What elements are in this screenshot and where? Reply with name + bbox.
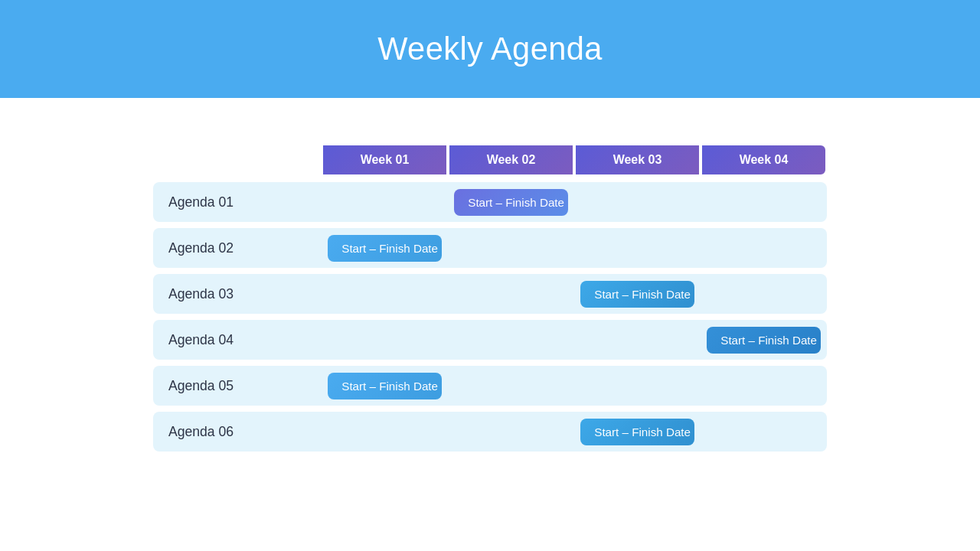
agenda-list: Agenda 01 Start – Finish Date Agenda 02 … [153,182,827,452]
agenda-cell-3-3 [701,277,827,311]
agenda-cell-4-0 [322,323,448,357]
agenda-cell-6-3 [701,415,827,448]
agenda-label-1: Agenda 01 [153,194,322,210]
agenda-row-1: Agenda 01 Start – Finish Date [153,182,827,222]
agenda-cell-5-3 [701,369,827,403]
agenda-cell-4-3: Start – Finish Date [701,323,827,357]
agenda-cell-1-3 [701,185,827,219]
agenda-cell-5-2 [574,369,701,403]
page-header: Weekly Agenda [0,0,980,98]
agenda-row-3: Agenda 03 Start – Finish Date [153,274,827,314]
date-badge-5[interactable]: Start – Finish Date [328,373,442,399]
agenda-cell-5-0: Start – Finish Date [322,369,448,403]
agenda-label-4: Agenda 04 [153,332,322,348]
agenda-cell-1-0 [322,185,448,219]
agenda-row-2: Agenda 02 Start – Finish Date [153,228,827,268]
agenda-cell-6-0 [322,415,448,448]
header-spacer [153,144,322,176]
agenda-cell-3-0 [322,277,448,311]
agenda-cell-2-0: Start – Finish Date [322,231,448,265]
agenda-row-6: Agenda 06 Start – Finish Date [153,412,827,452]
week-headers-row: Week 01 Week 02 Week 03 Week 04 [153,144,827,176]
agenda-label-2: Agenda 02 [153,240,322,256]
date-badge-6[interactable]: Start – Finish Date [580,419,694,445]
agenda-cell-6-2: Start – Finish Date [574,415,701,448]
main-content: Week 01 Week 02 Week 03 Week 04 Agenda 0… [138,98,842,482]
date-badge-3[interactable]: Start – Finish Date [580,281,694,308]
week-header-4: Week 04 [701,144,827,176]
agenda-cell-5-1 [448,369,574,403]
agenda-cell-3-2: Start – Finish Date [574,277,701,311]
agenda-cell-1-1: Start – Finish Date [448,185,574,219]
date-badge-2[interactable]: Start – Finish Date [328,235,442,262]
agenda-cell-3-1 [448,277,574,311]
agenda-label-3: Agenda 03 [153,286,322,302]
agenda-row-5: Agenda 05 Start – Finish Date [153,366,827,406]
agenda-cell-4-1 [448,323,574,357]
agenda-cell-6-1 [448,415,574,448]
agenda-row-4: Agenda 04 Start – Finish Date [153,320,827,360]
date-badge-1[interactable]: Start – Finish Date [454,189,568,216]
agenda-cell-4-2 [574,323,701,357]
agenda-label-5: Agenda 05 [153,378,322,394]
page-title: Weekly Agenda [15,31,965,67]
agenda-cell-2-3 [701,231,827,265]
agenda-cell-1-2 [574,185,701,219]
agenda-label-6: Agenda 06 [153,424,322,440]
agenda-cell-2-1 [448,231,574,265]
date-badge-4[interactable]: Start – Finish Date [707,327,821,354]
week-header-2: Week 02 [448,144,574,176]
week-header-3: Week 03 [574,144,701,176]
agenda-cell-2-2 [574,231,701,265]
week-header-1: Week 01 [322,144,448,176]
